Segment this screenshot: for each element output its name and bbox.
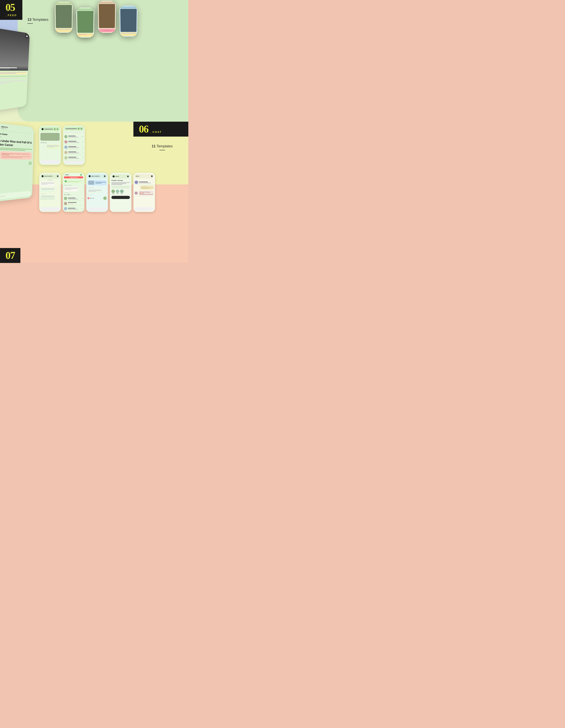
big-bubble-line2 bbox=[2, 157, 22, 158]
feed-phone-r2c bbox=[98, 1, 116, 33]
chat-phones-bottom-grid: ← HRISTO HRISTOV 07/14/2017 3 minutes ag… bbox=[39, 173, 155, 212]
chat-template-number: 11 bbox=[152, 144, 156, 148]
section-05-dot: . bbox=[5, 13, 7, 17]
chat-b2-list-1: 5 min bbox=[64, 196, 83, 201]
chat-phone-bottom-4: ← HRISTO Create a Group bbox=[110, 173, 131, 212]
section-06-label: CHAT bbox=[153, 130, 162, 133]
group-avatar-2 bbox=[116, 190, 119, 194]
big-chat-bubble-title: 20 Motivational Quotes For Business And … bbox=[2, 153, 31, 156]
chat-screen-b5: HRISTO Sunday, 11:45 pm bbox=[133, 173, 155, 212]
group-avatars bbox=[111, 190, 130, 194]
feed-count-divider bbox=[27, 23, 33, 24]
chat-template-text: Templates bbox=[157, 144, 173, 148]
big-bubble-line1 bbox=[2, 156, 30, 157]
chat-bubble-b2-1 bbox=[64, 187, 78, 192]
group-create-button[interactable] bbox=[111, 196, 130, 199]
big-chat-screen: ← HRISTO Mattie Jo Alvin Carter 10.13.20… bbox=[0, 123, 34, 202]
section-06-number: 06 bbox=[139, 124, 148, 134]
chat-header-b5: HRISTO bbox=[135, 174, 154, 179]
chat-input-b3[interactable] bbox=[87, 207, 107, 211]
chat-bubble-right-1 bbox=[46, 144, 60, 149]
big-chat-msg-lines bbox=[0, 148, 32, 151]
feed-phone-big-screen: FEED bbox=[0, 27, 30, 112]
feed-template-number: 13 bbox=[27, 18, 31, 22]
chat-b2-list-4 bbox=[64, 212, 83, 212]
feed-label-block: 05 . FEED bbox=[0, 0, 22, 20]
chat-header-b2: HRISTO bbox=[64, 174, 83, 176]
section-feed: 05 . FEED 13 Templates FEED bbox=[0, 0, 188, 122]
feed-phone-r1c bbox=[76, 8, 94, 38]
chat-bubble-b1-2 bbox=[40, 188, 55, 192]
feed-template-text: Templates bbox=[32, 18, 48, 22]
chat-b1-title: HRISTO HRISTOV bbox=[44, 176, 56, 177]
group-name-input[interactable] bbox=[111, 186, 130, 189]
forward-bubble bbox=[64, 180, 83, 183]
section-07: 07 bbox=[0, 243, 188, 263]
group-create-screen: ← HRISTO Create a Group bbox=[110, 173, 131, 212]
chat-header-b1: ← HRISTO HRISTOV bbox=[40, 174, 60, 179]
chat-label-block: 06 . CHAT bbox=[133, 122, 188, 137]
chat-bubble-b1-3 bbox=[40, 195, 55, 200]
chat-list-item-1: 5 min bbox=[64, 134, 84, 139]
chat-input-2[interactable] bbox=[64, 161, 84, 164]
feed-templates-count: 13 Templates bbox=[27, 18, 48, 24]
new-msg-badge: 1 NEW MESSAGE bbox=[64, 176, 83, 178]
chat-phone-bottom-2: HRISTO 1 NEW MESSAGE Sunday, 11:45 pm 3 … bbox=[63, 173, 84, 212]
feed-phone-big-left: FEED bbox=[0, 27, 30, 112]
feed-phone-c3 bbox=[55, 2, 73, 33]
chat-list-screen-1: ← 3 minutes ago bbox=[39, 126, 61, 165]
chat-screen-b2: HRISTO 1 NEW MESSAGE Sunday, 11:45 pm 3 … bbox=[63, 173, 84, 212]
section-07-number: 07 bbox=[5, 250, 15, 261]
chat-list-item-5: 1d bbox=[64, 156, 84, 160]
chat-phones-top-grid: ← 3 minutes ago bbox=[39, 126, 85, 165]
chat-phone-bottom-5: HRISTO Sunday, 11:45 pm bbox=[133, 173, 155, 212]
chat-phone-grid-2: 5 min 2h 5h bbox=[63, 126, 85, 165]
chat-input-1[interactable] bbox=[40, 160, 60, 164]
big-chat-input[interactable]: Your message bbox=[0, 191, 31, 200]
chat-list-item-2: 2h bbox=[64, 140, 84, 144]
big-chat-msg-title: Stu Under Rise And Fall Of A Poker Caree… bbox=[0, 139, 32, 148]
chat-bubble-b1-1 bbox=[40, 182, 55, 186]
big-chat-placeholder: Your message bbox=[0, 195, 5, 197]
forward-msg-bubble bbox=[87, 180, 107, 185]
chat-phone-bottom-3: ← HRISTO HRISTOV Sunday, 11:45 pm 3 minu… bbox=[86, 173, 108, 212]
section-05-label: FEED bbox=[8, 14, 17, 17]
section-06-dot: . bbox=[150, 130, 151, 134]
chat-b2-list-2 bbox=[64, 201, 83, 206]
chat-screen-b3: ← HRISTO HRISTOV Sunday, 11:45 pm 3 minu… bbox=[86, 173, 108, 212]
big-chat-bubble: 20 Motivational Quotes For Business And … bbox=[0, 151, 32, 160]
feed-phone-r3b bbox=[119, 6, 138, 37]
chat-input-b1[interactable] bbox=[40, 207, 60, 211]
chat-list-header-1: ← bbox=[40, 127, 60, 131]
group-desc bbox=[111, 182, 130, 185]
chat-count-divider bbox=[159, 150, 165, 150]
group-avatar-3 bbox=[120, 190, 124, 194]
chat-list-header-2 bbox=[64, 127, 84, 130]
group-create-header: ← HRISTO bbox=[111, 174, 130, 179]
all-chats-label: ALL CHATS bbox=[64, 194, 83, 195]
chat-list-item-4: 1d bbox=[64, 150, 84, 155]
chat-header-b3: ← HRISTO HRISTOV bbox=[87, 174, 107, 179]
group-chat-item-1 bbox=[135, 180, 154, 185]
chat-phone-bottom-1: ← HRISTO HRISTOV 07/14/2017 3 minutes ag… bbox=[39, 173, 61, 212]
chat-list-screen-2: 5 min 2h 5h bbox=[63, 126, 85, 165]
chat-phone-big-left: ← HRISTO Mattie Jo Alvin Carter 10.13.20… bbox=[0, 123, 34, 202]
section-05-number: 05 bbox=[5, 2, 17, 13]
group-avatar-1 bbox=[111, 190, 115, 194]
chat-phone-grid-1: ← 3 minutes ago bbox=[39, 126, 61, 165]
chat-bubble-b3-1 bbox=[87, 189, 102, 194]
chat-templates-count: 11 Templates bbox=[152, 144, 173, 150]
chat-b2-list-3: 20 hrs bbox=[64, 206, 83, 211]
chat-list-item-3: 5h bbox=[64, 145, 84, 150]
chat-input-b5[interactable] bbox=[135, 207, 154, 211]
section-07-label: 07 bbox=[0, 248, 20, 263]
section-chat: 06 . CHAT 11 Templates ← HRISTO Mattie J… bbox=[0, 122, 188, 243]
group-create-title: Create a Group bbox=[111, 180, 130, 181]
chat-screen-b1: ← HRISTO HRISTOV 07/14/2017 3 minutes ag… bbox=[39, 173, 61, 212]
group-chat-item-2: The Basics Of Buying A Television bbox=[135, 190, 154, 196]
